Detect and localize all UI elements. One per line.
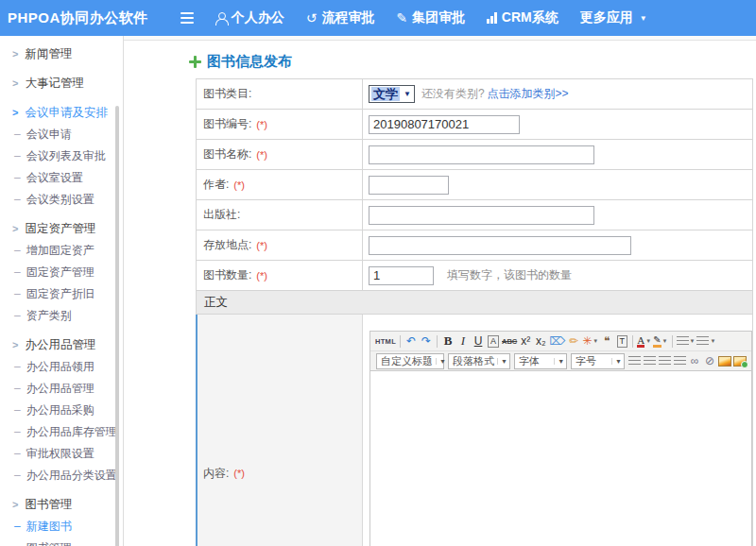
nav-item-more-apps[interactable]: 更多应用▼ (580, 9, 647, 26)
publisher-label: 出版社: (203, 207, 240, 223)
book-quantity-label: 图书数量: (203, 267, 251, 283)
storage-location-input[interactable] (369, 236, 631, 255)
paragraph-format-select[interactable]: 段落格式▼ (448, 353, 510, 369)
font-family-select[interactable]: 字体▼ (514, 353, 567, 369)
insert-link-icon: ∞ (691, 354, 699, 367)
italic-button[interactable]: I (456, 333, 470, 350)
sidebar-sub-label: 会议室设置 (26, 171, 83, 184)
remove-format-icon: ⌦ (549, 334, 565, 348)
paste-text-button[interactable]: T (615, 333, 628, 350)
sidebar-sub-item[interactable]: –固定资产管理 (0, 262, 123, 283)
nav-item-crm-system[interactable]: CRM系统 (487, 9, 558, 26)
align-right-button[interactable] (658, 353, 671, 369)
undo-button[interactable]: ↶ (404, 333, 418, 350)
brand-title: PHPOA协同办公软件 (0, 9, 148, 27)
editor-body[interactable] (370, 371, 751, 546)
bold-button[interactable]: B (441, 333, 455, 350)
publisher-input[interactable] (369, 206, 594, 225)
dash-icon: – (14, 541, 21, 546)
quick-style-icon: ✳ (582, 334, 592, 348)
sidebar-sub-item[interactable]: –增加固定资产 (0, 240, 123, 262)
align-center-button[interactable] (643, 353, 656, 369)
sidebar-scrollbar[interactable] (115, 106, 119, 546)
sidebar-sub-item[interactable]: –会议申请 (0, 124, 123, 145)
highlight-color-button[interactable]: ✎▼ (653, 333, 667, 350)
sidebar-sub-item[interactable]: –办公用品库存管理 (0, 421, 123, 443)
custom-title-select[interactable]: 自定义标题▼ (376, 353, 444, 369)
nav-item-workflow-approval[interactable]: ↺流程审批 (306, 9, 375, 26)
underline-button[interactable]: U (472, 333, 485, 350)
sidebar-group-item[interactable]: >办公用品管理 (0, 334, 123, 356)
sidebar-sub-item[interactable]: –办公用品管理 (0, 378, 123, 400)
remove-format-button[interactable]: ⌦ (549, 333, 565, 350)
insert-media-button[interactable] (733, 353, 747, 369)
font-style-box-button[interactable]: A (487, 333, 500, 350)
author-input[interactable] (369, 176, 449, 195)
book-code-input[interactable] (369, 115, 520, 134)
unordered-list-button[interactable]: ▼ (696, 333, 715, 350)
sidebar-sub-item[interactable]: –图书管理 (0, 537, 123, 546)
book-name-input[interactable] (369, 145, 594, 164)
sidebar-sub-item[interactable]: –会议室设置 (0, 167, 123, 189)
quick-style-button[interactable]: ✳▼ (582, 333, 598, 350)
form-value-cell (363, 236, 752, 255)
format-brush-button[interactable]: ✏ (567, 333, 580, 350)
sidebar-sub-label: 会议类别设置 (26, 193, 94, 206)
sidebar-sub-label: 增加固定资产 (26, 244, 94, 257)
sidebar-group-item[interactable]: >新闻管理 (0, 43, 123, 65)
caret-down-icon: ▼ (554, 358, 564, 365)
nav-item-group-approval[interactable]: ✎集团审批 (397, 9, 466, 26)
sidebar-sub-item[interactable]: –办公用品分类设置 (0, 465, 123, 486)
sidebar-sub-label: 办公用品库存管理 (26, 425, 117, 438)
ordered-list-button[interactable]: ▼ (677, 333, 696, 350)
sidebar-sub-item[interactable]: –会议列表及审批 (0, 145, 123, 167)
subscript-button[interactable]: x₂ (534, 333, 547, 350)
redo-button[interactable]: ↷ (420, 333, 433, 350)
sidebar-sub-item[interactable]: –会议类别设置 (0, 189, 123, 211)
dash-icon: – (14, 447, 21, 460)
sidebar-sub-item[interactable]: –办公用品领用 (0, 356, 123, 378)
font-color-button[interactable]: A▼ (637, 333, 651, 350)
caret-down-icon: ▼ (593, 338, 598, 344)
hamburger-menu-icon[interactable] (180, 12, 194, 24)
align-left-button[interactable] (627, 353, 641, 369)
align-justify-button[interactable] (673, 353, 686, 369)
align-left-icon (628, 356, 641, 367)
sidebar-group-item[interactable]: >图书管理 (0, 494, 123, 516)
nav-item-label: 集团审批 (412, 9, 465, 26)
strikethrough-button[interactable]: ABC (502, 333, 517, 350)
sidebar-sub-item[interactable]: –办公用品采购 (0, 400, 123, 421)
blockquote-button[interactable]: ❝ (600, 333, 613, 350)
superscript-button[interactable]: x² (519, 333, 532, 350)
sidebar-group-item[interactable]: >大事记管理 (0, 73, 123, 94)
remove-link-button[interactable]: ⊘ (703, 353, 716, 369)
book-quantity-input[interactable] (369, 266, 434, 285)
dash-icon: – (14, 287, 21, 300)
paragraph-format-select-label: 段落格式 (453, 354, 494, 368)
caret-down-icon: ▼ (611, 358, 622, 365)
source-code-button[interactable]: HTML (375, 333, 396, 350)
font-family-select-label: 字体 (519, 354, 540, 368)
book-category-select[interactable]: 文学▼ (369, 85, 415, 103)
sidebar-sub-item[interactable]: –固定资产折旧 (0, 283, 123, 305)
sidebar-group-label: 图书管理 (25, 498, 72, 511)
book-category-label: 图书类目: (203, 86, 251, 102)
toolbar-separator (400, 335, 401, 348)
top-nav: 个人办公↺流程审批✎集团审批CRM系统更多应用▼ (194, 9, 647, 26)
sidebar-group-item[interactable]: >会议申请及安排 (0, 102, 123, 124)
sidebar-sub-item[interactable]: –新建图书 (0, 516, 123, 537)
sidebar-sub-item[interactable]: –审批权限设置 (0, 443, 123, 465)
form-value-cell (363, 176, 752, 195)
add-plus-icon (189, 56, 201, 68)
nav-item-personal-office[interactable]: 个人办公 (215, 9, 284, 26)
insert-image-button[interactable] (718, 353, 731, 369)
font-size-select[interactable]: 字号▼ (571, 353, 625, 369)
insert-link-button[interactable]: ∞ (688, 353, 701, 369)
chart-icon (487, 12, 497, 24)
add-category-link[interactable]: 点击添加类别>> (488, 86, 569, 102)
content-editor-cell: HTML↶↷BIUAABCx²x₂⌦✏✳▼❝TA▼✎▼▼▼ 自定义标题▼段落格式… (363, 315, 752, 546)
form-label-cell: 图书数量:(*) (197, 261, 363, 290)
dash-icon: – (14, 309, 21, 322)
sidebar-group-item[interactable]: >固定资产管理 (0, 218, 123, 240)
sidebar-sub-item[interactable]: –资产类别 (0, 305, 123, 327)
